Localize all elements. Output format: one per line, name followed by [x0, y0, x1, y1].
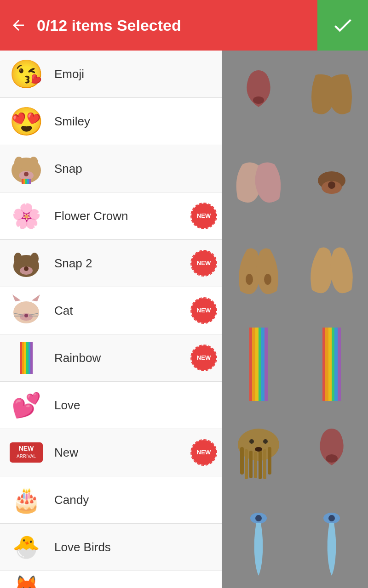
list-item[interactable]: Snap 2 NEW — [0, 240, 222, 287]
preview-cell — [295, 230, 368, 319]
preview-cell — [295, 319, 368, 409]
svg-rect-6 — [23, 179, 25, 184]
svg-point-32 — [264, 274, 271, 285]
svg-rect-38 — [259, 451, 262, 479]
svg-point-12 — [30, 253, 39, 265]
svg-rect-39 — [263, 449, 266, 479]
list-item[interactable]: 🐣 Love Birds — [0, 524, 222, 571]
item-icon-new: NEW ARRIVAL — [6, 434, 47, 471]
main-content: 😘 Emoji 😍 Smiley — [0, 51, 368, 588]
svg-point-42 — [263, 439, 268, 444]
item-label-cat: Cat — [54, 304, 191, 318]
list-item[interactable]: 😍 Smiley — [0, 98, 222, 145]
svg-point-14 — [24, 266, 29, 271]
svg-rect-40 — [268, 447, 271, 475]
preview-cell — [295, 409, 368, 498]
list-item[interactable]: Cat NEW — [0, 287, 222, 334]
svg-point-27 — [253, 96, 264, 104]
list-item[interactable]: 🌸 Flower Crown NEW — [0, 192, 222, 240]
preview-cell — [222, 319, 295, 409]
svg-rect-37 — [254, 452, 257, 478]
list-item[interactable]: 💕 Love — [0, 382, 222, 429]
item-icon-smiley: 😍 — [6, 103, 47, 140]
new-badge: NEW — [191, 440, 216, 465]
item-label-love-birds: Love Birds — [54, 540, 216, 554]
item-label-snap: Snap — [54, 162, 216, 176]
item-icon-snap — [6, 150, 47, 187]
item-icon-snap2 — [6, 245, 47, 282]
preview-cell — [295, 498, 368, 588]
item-label-smiley: Smiley — [54, 114, 216, 129]
new-badge: NEW — [191, 345, 216, 370]
back-button[interactable] — [0, 17, 37, 34]
item-label-new: New — [54, 446, 191, 460]
list-panel: 😘 Emoji 😍 Smiley — [0, 51, 222, 588]
svg-marker-15 — [12, 294, 21, 301]
svg-point-46 — [255, 515, 262, 521]
item-icon-extra: 🦊 — [6, 569, 47, 588]
svg-rect-5 — [22, 179, 23, 184]
list-item[interactable]: NEW ARRIVAL New NEW — [0, 429, 222, 476]
svg-rect-7 — [25, 179, 27, 184]
list-item[interactable]: 🎂 Candy — [0, 476, 222, 524]
svg-point-43 — [255, 447, 262, 452]
header-title: 0/12 items Selected — [37, 17, 317, 34]
item-icon-love-birds: 🐣 — [6, 529, 47, 565]
svg-point-4 — [24, 172, 29, 176]
svg-rect-35 — [245, 449, 248, 479]
preview-cell — [295, 140, 368, 230]
item-label-flower-crown: Flower Crown — [54, 209, 191, 223]
item-icon-cat — [6, 292, 47, 329]
confirm-button[interactable] — [317, 0, 368, 51]
preview-cell — [222, 409, 295, 498]
preview-cell — [295, 51, 368, 140]
preview-cell — [222, 230, 295, 319]
svg-rect-8 — [27, 179, 29, 184]
item-label-emoji: Emoji — [54, 67, 216, 81]
svg-text:ARRIVAL: ARRIVAL — [17, 454, 36, 459]
item-icon-flower-crown: 🌸 — [6, 198, 47, 234]
item-label-love: Love — [54, 398, 216, 413]
preview-cell — [222, 498, 295, 588]
new-badge: NEW — [191, 298, 216, 323]
svg-point-2 — [14, 157, 23, 170]
item-icon-emoji: 😘 — [6, 56, 47, 92]
new-badge: NEW — [191, 251, 216, 276]
item-label-snap2: Snap 2 — [54, 256, 191, 271]
new-badge: NEW — [191, 204, 216, 228]
item-label-candy: Candy — [54, 493, 216, 507]
svg-point-31 — [246, 274, 253, 285]
item-icon-candy: 🎂 — [6, 481, 47, 518]
item-icon-love: 💕 — [6, 387, 47, 424]
preview-panel — [222, 51, 368, 588]
svg-rect-36 — [249, 451, 253, 478]
svg-point-3 — [29, 157, 38, 170]
item-label-rainbow: Rainbow — [54, 351, 191, 365]
list-item[interactable]: Snap — [0, 145, 222, 192]
svg-point-30 — [328, 181, 335, 189]
svg-point-41 — [249, 439, 254, 444]
svg-text:NEW: NEW — [19, 445, 34, 452]
svg-point-44 — [326, 454, 338, 463]
svg-rect-34 — [240, 447, 244, 475]
svg-rect-9 — [29, 179, 31, 184]
preview-cell — [222, 51, 295, 140]
item-icon-rainbow — [6, 339, 47, 376]
svg-point-11 — [14, 253, 22, 265]
svg-point-19 — [24, 314, 28, 317]
preview-cell — [222, 140, 295, 230]
svg-marker-16 — [32, 294, 40, 301]
svg-point-48 — [328, 515, 335, 521]
list-item[interactable]: 😘 Emoji — [0, 51, 222, 98]
list-item[interactable]: 🦊 — [0, 571, 222, 588]
header: 0/12 items Selected — [0, 0, 368, 51]
list-item[interactable]: Rainbow NEW — [0, 334, 222, 382]
